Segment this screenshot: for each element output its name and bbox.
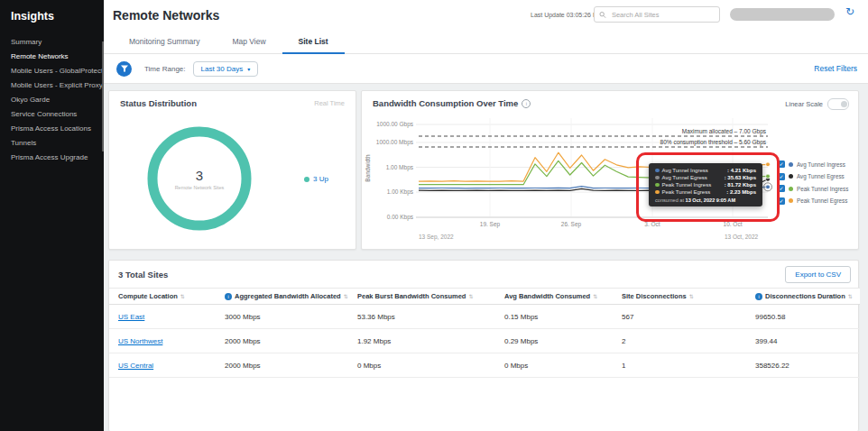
status-donut-chart xyxy=(143,122,256,235)
tooltip-series-value: : 35.63 Kbps xyxy=(725,175,756,180)
insights-app: Insights SummaryRemote NetworksMobile Us… xyxy=(0,0,868,431)
column-header-label: Disconnections Duration xyxy=(765,292,845,300)
status-distribution-card: Status Distribution Real Time 3 Remote N… xyxy=(108,90,356,250)
series-dot xyxy=(655,176,660,180)
table-row[interactable]: US Central2000 Mbps0 Mbps0 Mbps1358526.2… xyxy=(109,353,860,378)
tab-site-list[interactable]: Site List xyxy=(282,30,345,53)
app-title: Insights xyxy=(0,0,104,34)
sort-icon[interactable]: ⇅ xyxy=(689,293,694,299)
export-csv-button[interactable]: Export to CSV xyxy=(785,266,851,283)
x-axis-tick: 3. Oct xyxy=(630,221,675,227)
table-body: US East3000 Mbps53.36 Mbps0.15 Mbps56799… xyxy=(109,305,860,378)
legend-label: Peak Tunnel Egress xyxy=(797,197,847,204)
y-axis-tick: 1.00 Kbps xyxy=(387,188,413,195)
linear-scale-toggle[interactable] xyxy=(827,98,849,110)
sidebar-item-okyo-garde[interactable]: Okyo Garde xyxy=(0,92,104,106)
table-header-row: Compute Location⇅iAggregated Bandwidth A… xyxy=(109,288,860,305)
table-cell: 53.36 Mbps xyxy=(357,313,504,321)
sort-icon[interactable]: ⇅ xyxy=(180,293,185,299)
table-row[interactable]: US East3000 Mbps53.36 Mbps0.15 Mbps56799… xyxy=(109,305,860,329)
sidebar-item-prisma-access-locations[interactable]: Prisma Access Locations xyxy=(0,121,104,135)
filter-button[interactable] xyxy=(116,61,132,77)
threshold-label-2: 80% consumption threshold – 5.60 Gbps xyxy=(660,139,766,145)
sidebar-scrollbar[interactable] xyxy=(102,41,104,151)
tooltip-series-label: Peak Tunnel Egress xyxy=(662,189,725,195)
donut-ring xyxy=(152,132,246,225)
legend-item-avg-tunnel-egress[interactable]: ✓Avg Tunnel Egress xyxy=(778,173,848,180)
sidebar-item-service-connections[interactable]: Service Connections xyxy=(0,106,104,121)
sort-icon[interactable]: ⇅ xyxy=(848,293,853,299)
sidebar-item-summary[interactable]: Summary xyxy=(0,34,104,49)
up-count-label: 3 Up xyxy=(313,175,328,183)
series-dot xyxy=(655,183,660,188)
linear-scale-control: Linear Scale xyxy=(785,98,849,110)
y-axis-tick: 1.00 Mbps xyxy=(386,164,413,170)
series-color-dot xyxy=(789,187,793,191)
info-icon[interactable]: i xyxy=(225,293,232,300)
series-dot xyxy=(655,190,660,195)
legend-item-avg-tunnel-ingress[interactable]: ✓Avg Tunnel Ingress xyxy=(778,160,848,168)
column-header-site-disconnections[interactable]: Site Disconnections⇅ xyxy=(622,292,755,300)
checkbox-checked-icon[interactable]: ✓ xyxy=(778,185,785,192)
table-cell: 2000 Mbps xyxy=(225,337,357,345)
x-axis-tick: 10. Oct xyxy=(710,221,755,227)
tooltip-series-value: : 2.23 Mbps xyxy=(726,189,756,195)
sidebar-item-tunnels[interactable]: Tunnels xyxy=(0,135,104,150)
site-link[interactable]: US East xyxy=(118,313,225,321)
status-card-title: Status Distribution xyxy=(120,98,197,108)
refresh-icon[interactable]: ↻ xyxy=(845,5,854,18)
checkbox-checked-icon[interactable]: ✓ xyxy=(778,160,785,168)
time-range-select[interactable]: Last 30 Days ▾ xyxy=(193,61,259,77)
sort-icon[interactable]: ⇅ xyxy=(468,293,473,299)
chart-legend: ✓Avg Tunnel Ingress✓Avg Tunnel Egress✓Pe… xyxy=(778,160,848,205)
sidebar-item-mobile-users-explicit-proxy[interactable]: Mobile Users - Explicit Proxy xyxy=(0,78,104,92)
page-title: Remote Networks xyxy=(113,8,219,23)
legend-item-peak-tunnel-ingress[interactable]: ✓Peak Tunnel Ingress xyxy=(778,185,848,192)
column-header-peak-burst-bandwidth-consumed[interactable]: Peak Burst Bandwidth Consumed⇅ xyxy=(357,292,504,300)
legend-label: Avg Tunnel Egress xyxy=(797,173,845,179)
chart-tooltip: Avg Tunnel Ingress: 4.21 KbpsAvg Tunnel … xyxy=(649,163,762,206)
column-header-aggregated-bandwidth-allocated[interactable]: iAggregated Bandwidth Allocated⇅ xyxy=(225,292,357,300)
table-cell: 0.29 Mbps xyxy=(504,337,622,345)
checkbox-checked-icon[interactable]: ✓ xyxy=(778,173,785,180)
search-box[interactable] xyxy=(594,6,720,23)
tab-map-view[interactable]: Map View xyxy=(216,30,282,53)
column-header-compute-location[interactable]: Compute Location⇅ xyxy=(118,292,225,300)
info-icon[interactable]: i xyxy=(755,293,762,300)
tooltip-row: Peak Tunnel Egress: 2.23 Mbps xyxy=(655,189,756,195)
date-range-end: 13 Oct, 2022 xyxy=(725,234,758,240)
tooltip-series-value: : 4.21 Kbps xyxy=(727,168,756,173)
time-range-label: Time Range: xyxy=(144,65,186,73)
table-row[interactable]: US Northwest2000 Mbps1.92 Mbps0.29 Mbps2… xyxy=(109,329,860,353)
sidebar-item-mobile-users-globalprotect[interactable]: Mobile Users - GlobalProtect xyxy=(0,63,104,78)
series-color-dot xyxy=(789,198,793,203)
status-legend-item-up[interactable]: 3 Up xyxy=(304,175,328,183)
redacted-account-pill[interactable] xyxy=(730,8,835,21)
sort-icon[interactable]: ⇅ xyxy=(593,293,597,299)
tooltip-series-value: : 81.72 Kbps xyxy=(725,182,756,188)
tooltip-row: Avg Tunnel Ingress: 4.21 Kbps xyxy=(655,168,756,173)
tab-monitoring-summary[interactable]: Monitoring Summary xyxy=(113,30,216,53)
info-icon[interactable]: i xyxy=(522,99,531,108)
tooltip-footer-date: 13 Oct, 2022 9:05 AM xyxy=(686,197,735,203)
table-cell: 0.15 Mbps xyxy=(504,313,622,321)
table-cell: 2 xyxy=(622,337,755,345)
sort-icon[interactable]: ⇅ xyxy=(344,293,348,299)
reset-filters-link[interactable]: Reset Filters xyxy=(814,64,857,73)
checkbox-checked-icon[interactable]: ✓ xyxy=(778,197,785,205)
column-header-disconnections-duration[interactable]: iDisconnections Duration⇅ xyxy=(755,292,860,300)
column-header-avg-bandwidth-consumed[interactable]: Avg Bandwidth Consumed⇅ xyxy=(504,292,622,300)
bandwidth-card: Bandwidth Consumption Over Time i Linear… xyxy=(361,90,859,250)
search-input[interactable] xyxy=(610,10,715,20)
site-link[interactable]: US Northwest xyxy=(118,337,225,345)
y-axis-tick: 0.00 Kbps xyxy=(387,214,413,220)
legend-item-peak-tunnel-egress[interactable]: ✓Peak Tunnel Egress xyxy=(778,197,848,205)
sidebar-item-remote-networks[interactable]: Remote Networks xyxy=(0,49,104,63)
site-link[interactable]: US Central xyxy=(118,362,225,370)
x-axis-tick: 19. Sep xyxy=(467,221,512,227)
sites-table-card: 3 Total Sites Export to CSV Compute Loca… xyxy=(108,260,859,431)
y-axis-tick: 1000.00 Mbps xyxy=(376,139,413,145)
tooltip-series-label: Peak Tunnel Ingress xyxy=(662,182,722,188)
table-cell: 0 Mbps xyxy=(504,362,622,370)
sidebar-item-prisma-access-upgrade[interactable]: Prisma Access Upgrade xyxy=(0,150,104,164)
